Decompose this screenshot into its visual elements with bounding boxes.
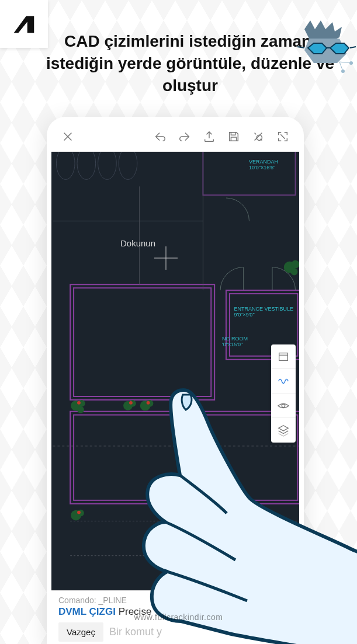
svg-rect-22 [70, 412, 299, 504]
cad-canvas[interactable]: Dokunun VERANDAH10'0"×16'6" ENTRANCE VES… [51, 152, 299, 590]
app-toolbar [51, 121, 299, 152]
palette-layers-icon[interactable] [271, 418, 296, 443]
command-bar: Comando: _PLINE DVML ÇIZGI Precise Vazge… [51, 590, 299, 644]
phone-frame: Dokunun VERANDAH10'0"×16'6" ENTRANCE VES… [47, 117, 304, 644]
svg-line-3 [297, 47, 304, 48]
measure-icon[interactable] [248, 126, 269, 147]
room-label-verandah: VERANDAH10'0"×16'6" [249, 159, 278, 171]
command-current: DVML ÇIZGI Precise [58, 606, 292, 618]
svg-line-8 [339, 62, 343, 71]
command-keyword: DVML ÇIZGI [58, 606, 116, 617]
close-icon[interactable] [57, 126, 78, 147]
tool-palette [271, 344, 296, 443]
svg-rect-10 [51, 152, 299, 446]
svg-line-7 [339, 62, 351, 63]
upload-icon[interactable] [199, 126, 220, 147]
undo-icon[interactable] [150, 126, 171, 147]
fullscreen-icon[interactable] [272, 126, 293, 147]
svg-point-15 [119, 152, 137, 179]
mascot-graphic [281, 18, 357, 93]
touch-hint-label: Dokunun [120, 238, 155, 248]
save-icon[interactable] [223, 126, 244, 147]
svg-point-14 [98, 152, 117, 179]
room-label-entrance: ENTRANCE VESTIBULE9'0"×9'0" [234, 306, 293, 318]
svg-point-47 [282, 404, 285, 408]
svg-point-30 [292, 260, 299, 269]
room-label-living: NG ROOM'0"×15'0" [222, 336, 248, 348]
svg-rect-23 [74, 415, 297, 500]
svg-line-4 [350, 47, 356, 48]
command-rest: Precise [116, 606, 151, 617]
redo-icon[interactable] [174, 126, 195, 147]
phone-screen: Dokunun VERANDAH10'0"×16'6" ENTRANCE VES… [51, 121, 299, 644]
svg-point-34 [77, 406, 84, 413]
svg-rect-45 [279, 353, 288, 360]
svg-point-12 [56, 152, 75, 179]
svg-point-31 [291, 269, 298, 276]
palette-window-icon[interactable] [271, 344, 296, 369]
svg-rect-19 [74, 288, 211, 396]
svg-point-13 [77, 152, 96, 179]
crosshair-icon [154, 246, 178, 270]
svg-point-42 [129, 401, 133, 405]
svg-point-44 [77, 511, 81, 514]
svg-point-41 [77, 401, 81, 405]
autodesk-logo [0, 0, 48, 48]
svg-point-43 [147, 401, 150, 405]
command-input[interactable] [109, 626, 292, 638]
cad-drawing [51, 152, 299, 590]
cancel-button[interactable]: Vazgeç [58, 622, 103, 642]
palette-visibility-icon[interactable] [271, 394, 296, 418]
command-history: Comando: _PLINE [58, 596, 292, 605]
palette-waveform-icon[interactable] [271, 369, 296, 394]
svg-rect-18 [70, 284, 214, 400]
